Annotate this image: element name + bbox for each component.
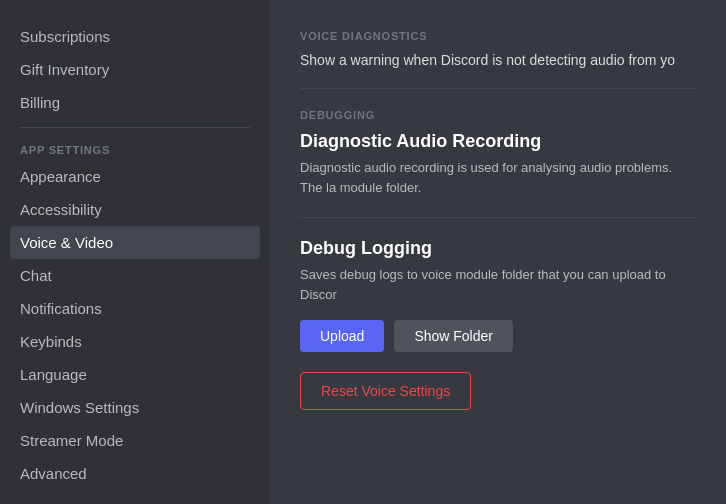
section-divider-1: [300, 88, 696, 89]
app-settings-label: APP SETTINGS: [10, 136, 260, 160]
sidebar-item-advanced[interactable]: Advanced: [10, 457, 260, 490]
debug-logging-desc: Saves debug logs to voice module folder …: [300, 265, 696, 304]
sidebar-item-subscriptions[interactable]: Subscriptions: [10, 20, 260, 53]
sidebar-item-gift-inventory[interactable]: Gift Inventory: [10, 53, 260, 86]
sidebar-item-chat[interactable]: Chat: [10, 259, 260, 292]
sidebar-item-keybinds[interactable]: Keybinds: [10, 325, 260, 358]
show-folder-button[interactable]: Show Folder: [394, 320, 513, 352]
debug-logging-buttons: Upload Show Folder: [300, 320, 696, 352]
sidebar-item-streamer-mode[interactable]: Streamer Mode: [10, 424, 260, 457]
section-divider-2: [300, 217, 696, 218]
reset-voice-settings-button[interactable]: Reset Voice Settings: [300, 372, 471, 410]
sidebar-item-windows-settings[interactable]: Windows Settings: [10, 391, 260, 424]
sidebar-item-notifications[interactable]: Notifications: [10, 292, 260, 325]
debug-logging-title: Debug Logging: [300, 238, 696, 259]
sidebar-item-voice-video[interactable]: Voice & Video: [10, 226, 260, 259]
sidebar-divider: [20, 127, 250, 128]
sidebar-item-language[interactable]: Language: [10, 358, 260, 391]
sidebar: SubscriptionsGift InventoryBilling APP S…: [0, 0, 270, 504]
voice-diagnostics-label: VOICE DIAGNOSTICS: [300, 30, 696, 42]
main-content: VOICE DIAGNOSTICS Show a warning when Di…: [270, 0, 726, 504]
upload-button[interactable]: Upload: [300, 320, 384, 352]
debugging-label: DEBUGGING: [300, 109, 696, 121]
sidebar-item-appearance[interactable]: Appearance: [10, 160, 260, 193]
sidebar-item-accessibility[interactable]: Accessibility: [10, 193, 260, 226]
diagnostic-title: Diagnostic Audio Recording: [300, 131, 696, 152]
sidebar-item-billing[interactable]: Billing: [10, 86, 260, 119]
diagnostic-desc: Diagnostic audio recording is used for a…: [300, 158, 696, 197]
voice-warning-text: Show a warning when Discord is not detec…: [300, 52, 696, 68]
